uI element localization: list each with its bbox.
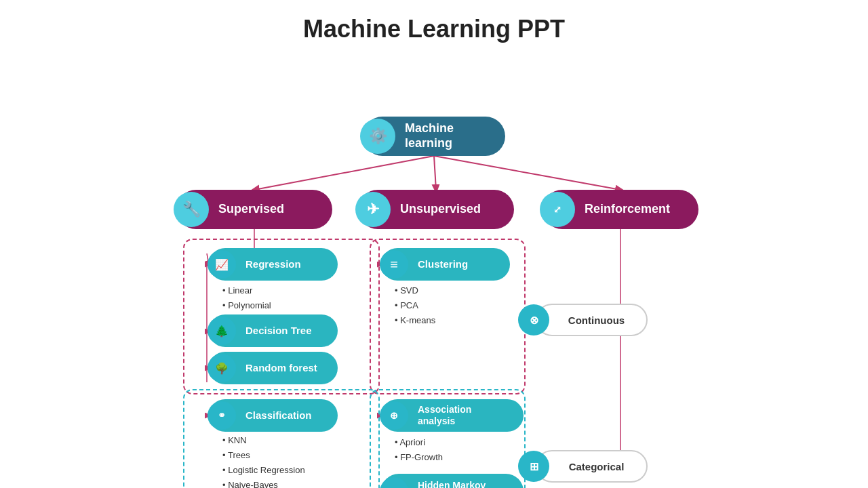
ml-label: Machine learning xyxy=(395,121,505,150)
unsupervised-icon: ✈ xyxy=(355,192,391,227)
continuous-node: ⊗ Continuous xyxy=(536,304,648,336)
categorical-label: Categorical xyxy=(569,461,625,472)
classification-label: Classification xyxy=(236,409,327,422)
regression-bullet-1: Linear xyxy=(222,283,271,298)
decision-tree-label: Decision Tree xyxy=(236,325,327,337)
svg-line-2 xyxy=(434,156,620,190)
svg-line-0 xyxy=(254,156,434,190)
regression-bullets: Linear Polynomial xyxy=(222,283,271,313)
markov-label: Hidden Markov Model xyxy=(408,480,524,488)
association-bullets: Apriori FP-Growth xyxy=(395,435,443,465)
regression-bullet-2: Polynomial xyxy=(222,298,271,313)
clustering-node: ≡ Clustering xyxy=(381,248,510,281)
classification-icon: ⚭ xyxy=(208,401,236,430)
svg-line-1 xyxy=(434,156,436,190)
reinforcement-icon: ⤢ xyxy=(540,192,575,227)
continuous-label: Continuous xyxy=(568,314,625,326)
clustering-bullets: SVD PCA K-means xyxy=(395,283,435,328)
clustering-icon: ≡ xyxy=(380,250,408,279)
classification-bullet-1: KNN xyxy=(222,433,305,448)
classification-bullets: KNN Trees Logistic Regression Naive-Baye… xyxy=(222,433,305,488)
continuous-icon: ⊗ xyxy=(518,304,549,336)
decision-tree-node: 🌲 Decision Tree xyxy=(209,314,338,347)
random-forest-icon: 🌳 xyxy=(208,354,236,382)
categorical-icon: ⊞ xyxy=(518,451,549,482)
ml-node: ⚙️ Machine learning xyxy=(363,117,505,156)
classification-bullet-3: Logistic Regression xyxy=(222,463,305,478)
page-title: Machine Learning PPT xyxy=(0,0,868,50)
classification-bullet-4: Naive-Bayes xyxy=(222,478,305,488)
regression-node: 📈 Regression xyxy=(209,248,338,281)
reinforcement-node: ⤢ Reinforcement xyxy=(542,190,698,229)
ml-icon: ⚙️ xyxy=(360,119,395,154)
unsupervised-label: Unsupervised xyxy=(391,202,496,217)
association-bullet-1: Apriori xyxy=(395,435,443,450)
association-label: Association analysis xyxy=(408,404,524,427)
decision-tree-icon: 🌲 xyxy=(208,317,236,345)
classification-bullet-2: Trees xyxy=(222,448,305,463)
reinforcement-label: Reinforcement xyxy=(575,202,685,217)
supervised-label: Supervised xyxy=(209,202,299,217)
supervised-icon: 🔧 xyxy=(174,192,209,227)
random-forest-label: Random forest xyxy=(236,362,332,374)
unsupervised-node: ✈ Unsupervised xyxy=(358,190,514,229)
diagram: ⚙️ Machine learning 🔧 Supervised ✈ Unsup… xyxy=(0,50,868,484)
regression-label: Regression xyxy=(236,258,316,270)
association-icon: ⊕ xyxy=(380,401,408,430)
markov-node: ⟳ Hidden Markov Model xyxy=(381,474,524,488)
classification-node: ⚭ Classification xyxy=(209,399,338,432)
categorical-node: ⊞ Categorical xyxy=(536,450,648,483)
association-node: ⊕ Association analysis xyxy=(381,399,524,432)
random-forest-node: 🌳 Random forest xyxy=(209,352,338,384)
clustering-label: Clustering xyxy=(408,258,483,270)
supervised-node: 🔧 Supervised xyxy=(176,190,332,229)
association-bullet-2: FP-Growth xyxy=(395,450,443,465)
clustering-bullet-2: PCA xyxy=(395,298,435,313)
regression-icon: 📈 xyxy=(208,250,236,279)
clustering-bullet-1: SVD xyxy=(395,283,435,298)
clustering-bullet-3: K-means xyxy=(395,313,435,328)
